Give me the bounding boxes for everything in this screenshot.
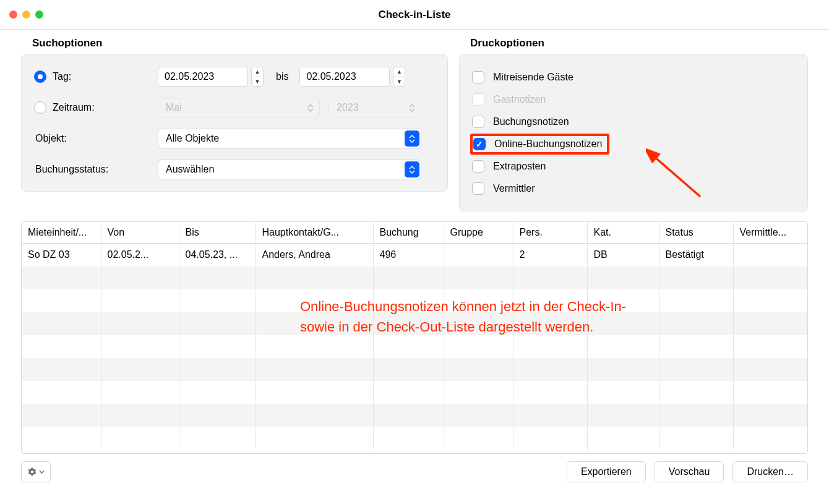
checkbox-extraposten[interactable]: [472, 160, 484, 173]
col-mieteinheit[interactable]: Mieteinheit/...: [22, 222, 101, 244]
cell-vermittler: [733, 244, 807, 267]
year-select: 2023: [329, 98, 421, 117]
table-row: [22, 427, 807, 450]
chevron-down-icon[interactable]: ▼: [252, 77, 263, 87]
updown-icon: [405, 130, 419, 147]
preview-button[interactable]: Vorschau: [655, 461, 724, 482]
col-pers[interactable]: Pers.: [513, 222, 587, 244]
settings-menu-button[interactable]: [21, 461, 51, 482]
status-select[interactable]: Auswählen: [158, 160, 421, 179]
updown-icon: [303, 100, 318, 116]
chevron-up-icon[interactable]: ▲: [252, 67, 263, 77]
results-table: Mieteinheit/... Von Bis Hauptkontakt/G..…: [21, 221, 808, 454]
online-buchungsnotizen-label: Online-Buchungsnotizen: [494, 139, 602, 150]
table-row[interactable]: So DZ 03 02.05.2... 04.05.23, ... Anders…: [22, 244, 807, 267]
col-vermittler[interactable]: Vermittle...: [733, 222, 807, 244]
chevron-down-icon: [39, 470, 45, 474]
cell-bis: 04.05.23, ...: [179, 244, 256, 267]
cell-kat: DB: [587, 244, 659, 267]
col-kat[interactable]: Kat.: [587, 222, 659, 244]
vermittler-label: Vermittler: [493, 183, 535, 194]
month-select: Mai: [158, 98, 320, 117]
table-header-row: Mieteinheit/... Von Bis Hauptkontakt/G..…: [22, 222, 807, 244]
radio-tag[interactable]: [34, 70, 46, 83]
gear-icon: [27, 467, 37, 477]
search-options-title: Suchoptionen: [32, 37, 448, 49]
table-row: [22, 312, 807, 335]
cell-status: Bestätigt: [659, 244, 733, 267]
traffic-lights: [9, 11, 43, 19]
checkbox-mitreisende[interactable]: [472, 71, 484, 83]
checkbox-online-buchungsnotizen[interactable]: [473, 138, 486, 150]
print-options-title: Druckoptionen: [470, 37, 808, 49]
table-row: [22, 381, 807, 404]
table-row: [22, 404, 807, 427]
radio-zeitraum[interactable]: [34, 101, 46, 114]
cell-mieteinheit: So DZ 03: [22, 244, 101, 267]
minimize-window-icon[interactable]: [22, 11, 30, 19]
col-hauptkontakt[interactable]: Hauptkontakt/G...: [256, 222, 373, 244]
window-title: Check-in-Liste: [0, 9, 829, 21]
close-window-icon[interactable]: [9, 11, 17, 19]
col-bis[interactable]: Bis: [179, 222, 256, 244]
gastnotizen-label: Gastnotizen: [493, 94, 546, 105]
col-von[interactable]: Von: [101, 222, 179, 244]
export-button[interactable]: Exportieren: [567, 461, 646, 482]
zeitraum-label: Zeitraum:: [53, 102, 95, 113]
cell-pers: 2: [513, 244, 587, 267]
objekt-select[interactable]: Alle Objekte: [158, 129, 421, 148]
cell-buchung: 496: [373, 244, 444, 267]
cell-gruppe: [444, 244, 513, 267]
table-row: [22, 335, 807, 358]
table-row: [22, 267, 807, 289]
date-from-stepper[interactable]: ▲ ▼: [251, 67, 264, 87]
objekt-label: Objekt:: [34, 133, 158, 144]
status-label: Buchungsstatus:: [34, 164, 158, 175]
print-button[interactable]: Drucken…: [732, 461, 808, 482]
highlight-annotation: Online-Buchungsnotizen: [470, 134, 609, 155]
date-to-input[interactable]: 02.05.2023: [299, 67, 390, 87]
col-buchung[interactable]: Buchung: [373, 222, 444, 244]
date-from-input[interactable]: 02.05.2023: [158, 67, 248, 87]
checkbox-buchungsnotizen[interactable]: [472, 116, 484, 128]
table-row: [22, 358, 807, 381]
updown-icon: [405, 161, 419, 177]
print-options-section: Druckoptionen Mitreisende Gäste Gastnoti…: [459, 37, 808, 211]
maximize-window-icon[interactable]: [35, 11, 43, 19]
chevron-up-icon[interactable]: ▲: [393, 67, 405, 77]
cell-von: 02.05.2...: [101, 244, 179, 267]
tag-label: Tag:: [53, 71, 71, 82]
bis-label: bis: [276, 71, 288, 82]
updown-icon: [405, 100, 419, 116]
extraposten-label: Extraposten: [493, 161, 546, 172]
checkbox-gastnotizen: [472, 93, 484, 106]
col-gruppe[interactable]: Gruppe: [444, 222, 513, 244]
chevron-down-icon[interactable]: ▼: [393, 77, 405, 87]
col-status[interactable]: Status: [659, 222, 733, 244]
search-options-section: Suchoptionen Tag: 02.05.2023 ▲ ▼ bis 02.…: [21, 37, 448, 211]
date-to-stepper[interactable]: ▲ ▼: [393, 67, 405, 87]
table-row: [22, 289, 807, 312]
checkbox-vermittler[interactable]: [472, 182, 484, 195]
footer: Exportieren Vorschau Drucken…: [0, 454, 829, 482]
titlebar: Check-in-Liste: [0, 0, 829, 30]
mitreisende-label: Mitreisende Gäste: [493, 72, 573, 83]
buchungsnotizen-label: Buchungsnotizen: [493, 116, 569, 127]
cell-hauptkontakt: Anders, Andrea: [256, 244, 373, 267]
